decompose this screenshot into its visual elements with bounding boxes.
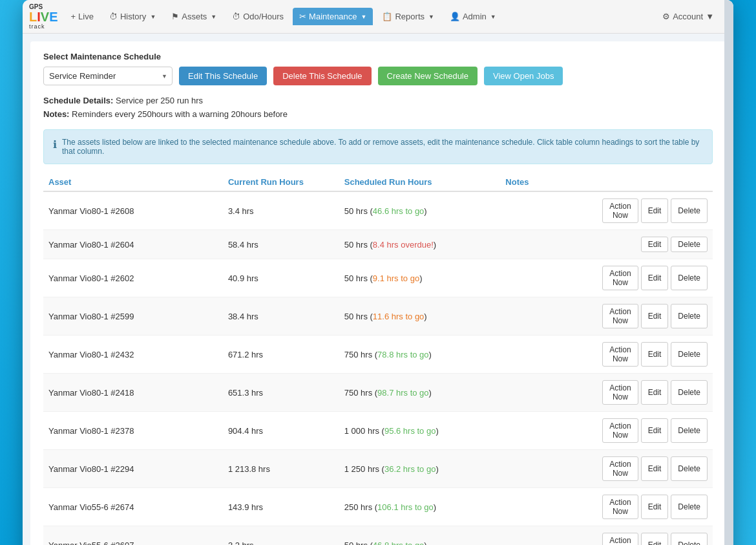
cell-actions: Action NowEditDelete: [597, 259, 713, 297]
info-box: ℹ The assets listed below are linked to …: [43, 129, 713, 164]
action-now-button[interactable]: Action Now: [602, 418, 638, 443]
nav-history-label: History: [120, 12, 146, 21]
edit-row-button[interactable]: Edit: [641, 266, 669, 290]
create-schedule-button[interactable]: Create New Schedule: [378, 67, 478, 85]
nav-item-reports[interactable]: 📋 Reports ▼: [375, 8, 440, 25]
schedule-details-value: Service per 250 run hrs: [116, 96, 203, 105]
table-row: Yanmar Vio80-1 #2378904.4 hrs1 000 hrs (…: [43, 412, 713, 450]
nav-item-assets[interactable]: ⚑ Assets ▼: [165, 8, 223, 25]
assets-table: Asset Current Run Hours Scheduled Run Ho…: [43, 172, 713, 545]
cell-scheduled: 50 hrs (46.8 hrs to go): [339, 526, 501, 546]
action-cell: Action NowEditDelete: [602, 304, 708, 328]
col-header-scheduled[interactable]: Scheduled Run Hours: [339, 172, 501, 191]
nav-odo-label: Odo/Hours: [243, 12, 284, 21]
delete-row-button[interactable]: Delete: [671, 342, 708, 367]
action-now-button[interactable]: Action Now: [602, 495, 638, 519]
account-menu[interactable]: ⚙ Account ▼: [662, 12, 727, 21]
cell-asset: Yanmar Vio80-1 #2432: [43, 336, 223, 374]
table-row: Yanmar Vio80-1 #2432671.2 hrs750 hrs (78…: [43, 336, 713, 374]
cell-current: 671.2 hrs: [223, 336, 339, 374]
scheduled-extra: 98.7 hrs to go: [377, 388, 429, 398]
scheduled-extra: 9.1 hrs to go: [373, 273, 419, 283]
cell-asset: Yanmar Vio80-1 #2604: [43, 230, 223, 259]
table-row: Yanmar Vio55-6 #26073.2 hrs50 hrs (46.8 …: [43, 526, 713, 546]
cell-actions: Action NowEditDelete: [597, 191, 713, 230]
cell-actions: Action NowEditDelete: [597, 526, 713, 546]
edit-row-button[interactable]: Edit: [641, 456, 669, 481]
admin-icon: 👤: [450, 12, 460, 21]
action-now-button[interactable]: Action Now: [602, 266, 638, 290]
nav-item-maintenance[interactable]: ✂ Maintenance ▼: [293, 8, 373, 25]
scheduled-extra: 11.6 hrs to go: [373, 312, 425, 321]
plus-icon: +: [70, 12, 76, 21]
cell-notes: [500, 374, 597, 412]
edit-row-button[interactable]: Edit: [641, 495, 669, 519]
delete-row-button[interactable]: Delete: [671, 237, 708, 252]
delete-row-button[interactable]: Delete: [671, 198, 708, 223]
logo-live-text: LIVE: [29, 10, 58, 23]
col-header-current[interactable]: Current Run Hours: [223, 172, 339, 191]
edit-row-button[interactable]: Edit: [641, 533, 669, 545]
delete-row-button[interactable]: Delete: [671, 456, 708, 481]
nav-item-odo[interactable]: ⏱ Odo/Hours: [226, 8, 290, 25]
delete-row-button[interactable]: Delete: [671, 304, 708, 328]
action-now-button[interactable]: Action Now: [602, 342, 638, 367]
schedule-details: Schedule Details: Service per 250 run hr…: [43, 96, 713, 105]
action-cell: EditDelete: [602, 237, 708, 252]
scheduled-extra: 8.4 hrs overdue!: [373, 240, 434, 250]
edit-row-button[interactable]: Edit: [641, 198, 669, 223]
edit-row-button[interactable]: Edit: [641, 380, 669, 405]
col-header-notes[interactable]: Notes: [500, 172, 597, 191]
assets-caret: ▼: [211, 14, 216, 20]
col-header-actions: [597, 172, 713, 191]
edit-schedule-button[interactable]: Edit This Schedule: [179, 67, 267, 85]
edit-row-button[interactable]: Edit: [641, 342, 669, 367]
scheduled-extra: 106.1 hrs to go: [377, 502, 434, 512]
select-schedule-title: Select Maintenance Schedule: [43, 52, 713, 61]
schedule-select[interactable]: Service Reminder: [43, 67, 173, 85]
cell-scheduled: 750 hrs (78.8 hrs to go): [339, 336, 501, 374]
delete-row-button[interactable]: Delete: [671, 266, 708, 290]
edit-row-button[interactable]: Edit: [641, 304, 669, 328]
nav-reports-label: Reports: [395, 12, 425, 21]
nav-maintenance-label: Maintenance: [309, 12, 357, 21]
wrench-icon: ✂: [299, 12, 306, 21]
nav-item-history[interactable]: ⏱ History ▼: [103, 8, 162, 25]
cell-current: 651.3 hrs: [223, 374, 339, 412]
action-cell: Action NowEditDelete: [602, 342, 708, 367]
cell-scheduled: 250 hrs (106.1 hrs to go): [339, 488, 501, 526]
nav-item-admin[interactable]: 👤 Admin ▼: [443, 8, 503, 25]
col-header-asset[interactable]: Asset: [43, 172, 223, 191]
cell-asset: Yanmar Vio55-6 #2607: [43, 526, 223, 546]
cell-current: 143.9 hrs: [223, 488, 339, 526]
action-cell: Action NowEditDelete: [602, 533, 708, 545]
delete-row-button[interactable]: Delete: [671, 533, 708, 545]
history-caret: ▼: [150, 14, 156, 20]
action-cell: Action NowEditDelete: [602, 266, 708, 290]
edit-row-button[interactable]: Edit: [641, 418, 669, 443]
cell-current: 904.4 hrs: [223, 412, 339, 450]
action-cell: Action NowEditDelete: [602, 495, 708, 519]
action-now-button[interactable]: Action Now: [602, 533, 638, 545]
cell-actions: Action NowEditDelete: [597, 336, 713, 374]
cell-current: 40.9 hrs: [223, 259, 339, 297]
info-text: The assets listed below are linked to th…: [62, 138, 703, 156]
delete-schedule-button[interactable]: Delete This Schedule: [273, 67, 371, 85]
nav-item-live[interactable]: + Live: [64, 8, 100, 25]
cell-current: 3.4 hrs: [223, 191, 339, 230]
notes-value: Reminders every 250hours with a warning …: [72, 109, 288, 119]
action-now-button[interactable]: Action Now: [602, 198, 638, 223]
delete-row-button[interactable]: Delete: [671, 380, 708, 405]
delete-row-button[interactable]: Delete: [671, 418, 708, 443]
gear-icon: ⚙: [662, 12, 670, 21]
action-now-button[interactable]: Action Now: [602, 304, 638, 328]
odo-icon: ⏱: [232, 12, 240, 21]
cell-current: 1 213.8 hrs: [223, 450, 339, 488]
view-open-jobs-button[interactable]: View Open Jobs: [484, 67, 563, 85]
cell-current: 58.4 hrs: [223, 230, 339, 259]
action-now-button[interactable]: Action Now: [602, 456, 638, 481]
edit-row-button[interactable]: Edit: [641, 237, 669, 252]
action-now-button[interactable]: Action Now: [602, 380, 638, 405]
delete-row-button[interactable]: Delete: [671, 495, 708, 519]
cell-current: 38.4 hrs: [223, 297, 339, 336]
